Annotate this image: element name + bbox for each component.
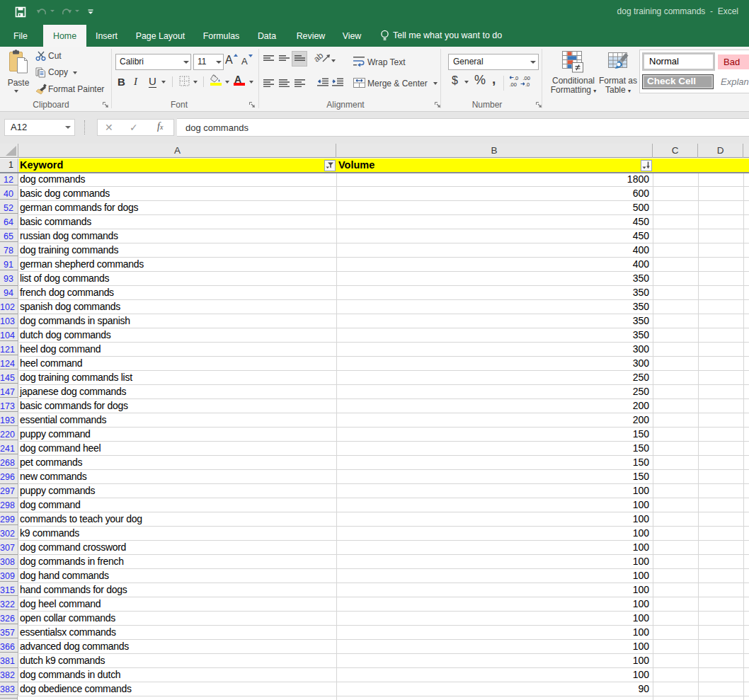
svg-text:.0: .0	[525, 81, 530, 88]
svg-text:.00: .00	[523, 75, 530, 81]
svg-text:.0: .0	[514, 75, 518, 81]
svg-text:.00: .00	[510, 81, 517, 88]
